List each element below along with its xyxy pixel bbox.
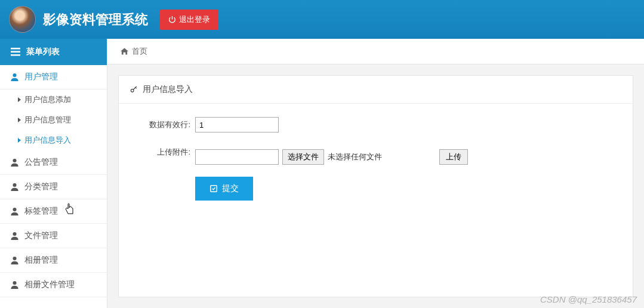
avatar[interactable] bbox=[9, 6, 36, 33]
sidebar-item-label: 分类管理 bbox=[24, 181, 58, 192]
logout-button[interactable]: 退出登录 bbox=[160, 10, 218, 30]
caret-icon bbox=[18, 97, 21, 102]
power-icon bbox=[168, 16, 176, 23]
submenu-item-label: 用户信息管理 bbox=[24, 115, 71, 125]
list-icon bbox=[11, 48, 20, 56]
home-icon bbox=[121, 48, 128, 55]
sidebar: 菜单列表 用户管理 用户信息添加 用户信息管理 用户信息导入 公告管理 bbox=[0, 39, 107, 308]
svg-point-7 bbox=[13, 208, 16, 211]
submit-label: 提交 bbox=[222, 183, 239, 194]
user-icon bbox=[11, 281, 19, 289]
user-icon bbox=[11, 232, 19, 240]
attachment-label: 上传附件: bbox=[137, 144, 190, 158]
panel-header: 用户信息导入 bbox=[119, 76, 633, 104]
breadcrumb-home[interactable]: 首页 bbox=[132, 46, 147, 57]
submenu-item-label: 用户信息导入 bbox=[24, 135, 71, 146]
file-status-text: 未选择任何文件 bbox=[328, 152, 382, 162]
svg-rect-2 bbox=[11, 51, 20, 53]
user-icon bbox=[11, 158, 19, 167]
submit-button[interactable]: 提交 bbox=[195, 177, 253, 201]
sidebar-item-category[interactable]: 分类管理 bbox=[0, 175, 107, 199]
sidebar-item-label: 公告管理 bbox=[24, 157, 58, 168]
rowcount-label: 数据有效行: bbox=[137, 117, 190, 130]
check-icon bbox=[209, 184, 218, 193]
form-row-attachment: 上传附件: 选择文件 未选择任何文件 上传 bbox=[137, 144, 615, 165]
caret-icon bbox=[18, 118, 21, 122]
svg-rect-3 bbox=[11, 54, 20, 56]
svg-point-8 bbox=[13, 232, 16, 236]
svg-point-9 bbox=[13, 257, 16, 260]
sidebar-item-album[interactable]: 相册管理 bbox=[0, 248, 107, 273]
submenu-item-user-add[interactable]: 用户信息添加 bbox=[0, 90, 107, 110]
breadcrumb: 首页 bbox=[107, 39, 644, 64]
sidebar-item-album-file[interactable]: 相册文件管理 bbox=[0, 273, 107, 297]
svg-point-10 bbox=[13, 281, 16, 285]
svg-point-5 bbox=[13, 159, 16, 162]
sidebar-item-tag[interactable]: 标签管理 bbox=[0, 199, 107, 224]
submenu-item-user-import[interactable]: 用户信息导入 bbox=[0, 130, 107, 150]
choose-file-button[interactable]: 选择文件 bbox=[282, 149, 324, 165]
sidebar-item-label: 用户管理 bbox=[24, 72, 58, 82]
sidebar-item-file[interactable]: 文件管理 bbox=[0, 224, 107, 248]
sidebar-item-label: 相册文件管理 bbox=[24, 279, 75, 290]
sidebar-item-announcement[interactable]: 公告管理 bbox=[0, 150, 107, 175]
menu-header: 菜单列表 bbox=[0, 39, 107, 65]
panel-title: 用户信息导入 bbox=[143, 84, 193, 95]
app-title: 影像资料管理系统 bbox=[43, 11, 148, 29]
upload-button[interactable]: 上传 bbox=[439, 149, 468, 165]
logout-label: 退出登录 bbox=[179, 14, 210, 25]
user-icon bbox=[11, 183, 19, 191]
file-path-display bbox=[195, 149, 279, 165]
svg-point-6 bbox=[13, 183, 16, 187]
svg-point-11 bbox=[131, 89, 134, 92]
user-icon bbox=[11, 256, 19, 264]
submenu: 用户信息添加 用户信息管理 用户信息导入 bbox=[0, 90, 107, 150]
user-icon bbox=[11, 73, 19, 81]
svg-rect-1 bbox=[11, 48, 20, 50]
sidebar-item-label: 相册管理 bbox=[24, 255, 58, 266]
sidebar-item-label: 标签管理 bbox=[24, 206, 58, 217]
key-icon bbox=[130, 85, 138, 94]
main-content: 首页 用户信息导入 数据有效行: 上传附件: bbox=[107, 39, 644, 308]
rowcount-input[interactable] bbox=[195, 117, 279, 133]
sidebar-item-label: 文件管理 bbox=[24, 230, 58, 241]
panel-body: 数据有效行: 上传附件: 选择文件 未选择任何文件 上传 bbox=[119, 104, 633, 214]
submenu-item-user-manage[interactable]: 用户信息管理 bbox=[0, 110, 107, 130]
svg-point-4 bbox=[13, 73, 16, 77]
app-header: 影像资料管理系统 退出登录 bbox=[0, 0, 644, 39]
form-row-rowcount: 数据有效行: bbox=[137, 117, 615, 133]
sidebar-item-user-mgmt[interactable]: 用户管理 bbox=[0, 65, 107, 90]
user-icon bbox=[11, 207, 19, 215]
menu-header-label: 菜单列表 bbox=[26, 47, 60, 57]
submenu-item-label: 用户信息添加 bbox=[24, 94, 71, 105]
content-panel: 用户信息导入 数据有效行: 上传附件: 选择文件 bbox=[118, 75, 633, 297]
caret-icon bbox=[18, 138, 21, 143]
